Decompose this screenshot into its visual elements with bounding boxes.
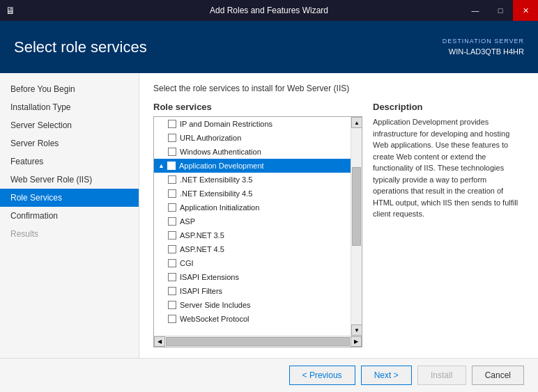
checkbox-isapi-ext[interactable] xyxy=(168,273,176,281)
list-item-aspnet45[interactable]: ASP.NET 4.5 xyxy=(154,242,351,256)
content-area: Select the role services to install for … xyxy=(139,73,538,358)
scroll-up-button[interactable]: ▲ xyxy=(351,117,362,128)
destination-label: DESTINATION SERVER xyxy=(443,36,524,46)
description-text: Application Development provides infrast… xyxy=(373,116,524,220)
sidebar-item-web-server-role[interactable]: Web Server Role (IIS) xyxy=(0,171,139,189)
panels: Role services IP and Domain Restrictions xyxy=(153,102,524,347)
sidebar: Before You Begin Installation Type Serve… xyxy=(0,73,139,358)
scroll-down-button[interactable]: ▼ xyxy=(351,324,362,336)
role-services-list[interactable]: IP and Domain Restrictions URL Authoriza… xyxy=(154,117,351,336)
list-item-aspnet35[interactable]: ASP.NET 3.5 xyxy=(154,228,351,242)
scroll-track xyxy=(351,128,362,324)
wizard-footer: < Previous Next > Install Cancel xyxy=(0,358,538,392)
wizard-body: Select role services DESTINATION SERVER … xyxy=(0,21,538,392)
tree-arrow-app-dev: ▲ xyxy=(158,162,164,169)
role-services-panel: Role services IP and Domain Restrictions xyxy=(153,102,362,347)
scroll-left-button[interactable]: ◀ xyxy=(154,336,165,347)
list-item[interactable]: ISAPI Filters xyxy=(154,284,351,298)
list-item[interactable]: .NET Extensibility 3.5 xyxy=(154,173,351,187)
sidebar-item-confirmation[interactable]: Confirmation xyxy=(0,207,139,225)
title-bar: 🖥 Add Roles and Features Wizard — □ ✕ xyxy=(0,0,538,21)
scroll-h-thumb[interactable] xyxy=(166,337,350,346)
checkbox-aspnet-35[interactable] xyxy=(168,231,176,240)
list-item[interactable]: ISAPI Extensions xyxy=(154,270,351,284)
checkbox-cgi[interactable] xyxy=(168,259,176,267)
list-item[interactable]: Windows Authentication xyxy=(154,145,351,159)
maximize-button[interactable]: □ xyxy=(488,0,513,21)
sidebar-item-results: Results xyxy=(0,225,139,243)
main-area: Before You Begin Installation Type Serve… xyxy=(0,73,538,358)
list-item[interactable]: WebSocket Protocol xyxy=(154,312,351,326)
minimize-button[interactable]: — xyxy=(463,0,488,21)
cancel-button[interactable]: Cancel xyxy=(472,366,524,385)
list-item[interactable]: URL Authorization xyxy=(154,131,351,145)
instruction-text: Select the role services to install for … xyxy=(153,84,524,93)
vertical-scrollbar[interactable]: ▲ ▼ xyxy=(351,117,362,336)
description-title: Description xyxy=(373,102,524,112)
checkbox-net-ext-45[interactable] xyxy=(168,189,176,198)
list-item[interactable]: Application Initialization xyxy=(154,201,351,214)
close-button[interactable]: ✕ xyxy=(513,0,538,21)
sidebar-item-role-services[interactable]: Role Services xyxy=(0,189,139,207)
checkbox-websocket[interactable] xyxy=(168,315,176,323)
checkbox-windows-auth[interactable] xyxy=(168,148,176,156)
checkbox-url-auth[interactable] xyxy=(168,134,176,142)
list-item[interactable]: CGI xyxy=(154,256,351,270)
window-controls: — □ ✕ xyxy=(463,0,538,21)
horizontal-scrollbar[interactable]: ◀ ▶ xyxy=(154,336,362,347)
sidebar-item-installation-type[interactable]: Installation Type xyxy=(0,98,139,116)
scroll-thumb[interactable] xyxy=(352,167,361,246)
checkbox-asp[interactable] xyxy=(168,217,176,226)
checkbox-isapi-filter[interactable] xyxy=(168,287,176,295)
previous-button[interactable]: < Previous xyxy=(289,366,355,385)
sidebar-item-server-selection[interactable]: Server Selection xyxy=(0,116,139,134)
sidebar-item-features[interactable]: Features xyxy=(0,152,139,171)
checkbox-ip-domain[interactable] xyxy=(168,120,176,128)
scroll-right-button[interactable]: ▶ xyxy=(351,336,362,347)
next-button[interactable]: Next > xyxy=(361,366,412,385)
role-services-title: Role services xyxy=(153,102,362,112)
app-icon: 🖥 xyxy=(6,5,15,16)
wizard-header: Select role services DESTINATION SERVER … xyxy=(0,21,538,73)
list-item[interactable]: ASP xyxy=(154,214,351,228)
destination-info: DESTINATION SERVER WIN-LAD3QTB H4HR xyxy=(443,36,524,58)
sidebar-item-server-roles[interactable]: Server Roles xyxy=(0,134,139,152)
checkbox-aspnet-45[interactable] xyxy=(168,245,176,253)
description-panel: Description Application Development prov… xyxy=(373,102,524,347)
page-title: Select role services xyxy=(14,38,147,56)
role-services-list-container: IP and Domain Restrictions URL Authoriza… xyxy=(153,116,362,347)
list-item[interactable]: Server Side Includes xyxy=(154,298,351,312)
checkbox-ssi[interactable] xyxy=(168,301,176,309)
checkbox-app-dev[interactable] xyxy=(167,162,176,170)
checkbox-net-ext-35[interactable] xyxy=(168,175,176,184)
window-title: Add Roles and Features Wizard xyxy=(210,6,328,15)
list-item[interactable]: .NET Extensibility 4.5 xyxy=(154,187,351,201)
list-item-app-dev[interactable]: ▲ Application Development xyxy=(154,159,351,173)
sidebar-item-before-you-begin[interactable]: Before You Begin xyxy=(0,80,139,98)
install-button: Install xyxy=(417,366,466,385)
checkbox-app-init[interactable] xyxy=(168,203,176,212)
list-item[interactable]: IP and Domain Restrictions xyxy=(154,117,351,131)
server-name: WIN-LAD3QTB H4HR xyxy=(443,46,524,58)
